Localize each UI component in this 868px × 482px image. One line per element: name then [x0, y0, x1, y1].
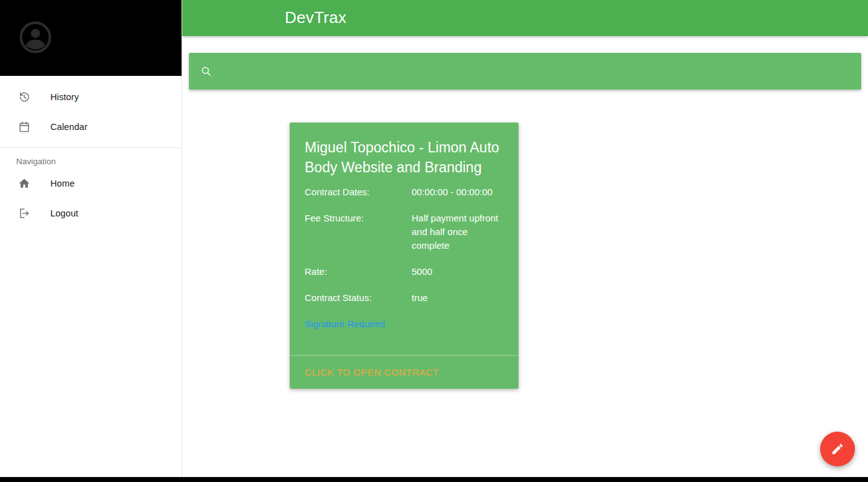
rate-row: Rate: 5000	[305, 265, 504, 279]
app-bar: DevTrax	[182, 0, 868, 36]
sidebar-header	[0, 0, 182, 76]
sidebar-top-menu: History Calendar	[0, 76, 182, 142]
app-title: DevTrax	[285, 8, 346, 27]
open-contract-button[interactable]: CLICK TO OPEN CONTRACT	[290, 355, 519, 389]
edit-fab-button[interactable]	[820, 432, 855, 466]
signature-required-link[interactable]: Signature Required	[305, 317, 504, 331]
home-icon	[18, 177, 30, 190]
field-label: Contract Dates:	[305, 185, 412, 199]
field-value: 5000	[412, 265, 504, 279]
field-value: 00:00:00 - 00:00:00	[412, 185, 504, 199]
fee-structure-row: Fee Structure: Half payment upfront and …	[305, 211, 504, 253]
sidebar-item-logout[interactable]: Logout	[0, 198, 182, 228]
sidebar-item-home[interactable]: Home	[0, 169, 182, 198]
contract-title: Miguel Topochico - Limon Auto Body Websi…	[290, 123, 519, 177]
sidebar-nav-menu: Home Logout	[0, 169, 182, 228]
field-label: Fee Structure:	[305, 211, 412, 253]
search-icon	[200, 65, 212, 77]
sidebar: History Calendar Navigation Home	[0, 0, 182, 482]
contract-dates-row: Contract Dates: 00:00:00 - 00:00:00	[305, 185, 504, 199]
history-icon	[18, 91, 30, 103]
calendar-icon	[18, 121, 30, 133]
sidebar-item-label: History	[50, 92, 79, 102]
sidebar-nav-header: Navigation	[0, 148, 182, 169]
pencil-icon	[831, 442, 844, 456]
sidebar-item-label: Logout	[50, 208, 78, 218]
sidebar-item-history[interactable]: History	[0, 82, 182, 112]
search-input[interactable]	[219, 53, 861, 90]
field-label: Rate:	[305, 265, 412, 279]
contract-status-row: Contract Status: true	[305, 291, 504, 305]
field-value: Half payment upfront and half once compl…	[412, 211, 504, 253]
user-avatar-icon	[18, 20, 53, 55]
contract-fields: Contract Dates: 00:00:00 - 00:00:00 Fee …	[290, 185, 519, 331]
logout-icon	[18, 207, 30, 220]
contract-card: Miguel Topochico - Limon Auto Body Websi…	[290, 123, 519, 389]
search-bar[interactable]	[189, 53, 861, 90]
bottom-system-bar	[0, 477, 868, 482]
sidebar-item-label: Calendar	[50, 122, 88, 132]
field-value: true	[412, 291, 504, 305]
sidebar-item-label: Home	[50, 178, 75, 188]
sidebar-item-calendar[interactable]: Calendar	[0, 112, 182, 142]
open-contract-label: CLICK TO OPEN CONTRACT	[305, 367, 439, 378]
field-label: Contract Status:	[305, 291, 412, 305]
